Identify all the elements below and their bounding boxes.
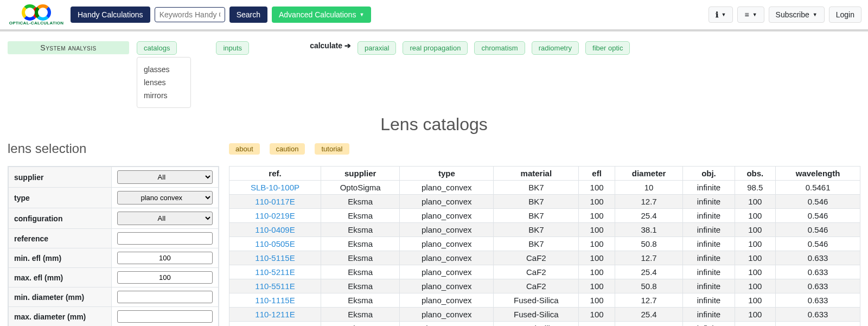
fiber-optic-tab[interactable]: fiber optic (585, 41, 630, 55)
cell-diameter: 38.1 (615, 322, 683, 327)
inputs-tab[interactable]: inputs (216, 41, 249, 55)
cell-diameter: 25.4 (615, 209, 683, 223)
cell-supplier: Eksma (321, 223, 400, 237)
ref-link[interactable]: 110-5211E (255, 267, 295, 277)
cell-efl: 100 (579, 209, 615, 223)
radiometry-tab[interactable]: radiometry (532, 41, 579, 55)
filter-max-efl-input[interactable] (117, 271, 213, 284)
filter-min-diameter-input[interactable] (117, 291, 213, 303)
cell-obs: 100 (735, 308, 776, 322)
cell-supplier: Eksma (321, 308, 400, 322)
cell-material: BK7 (494, 195, 579, 209)
cell-supplier: Eksma (321, 265, 400, 279)
keywords-search-input[interactable] (155, 7, 225, 22)
catalogs-dropdown-mirrors[interactable]: mirrors (144, 89, 184, 102)
cell-ref: 110-1115E (229, 293, 321, 308)
table-row: 110-1115EEksmaplano_convexFused-Silica10… (229, 293, 860, 308)
cell-type: plano_convex (400, 322, 494, 327)
col-supplier: supplier (321, 167, 400, 181)
ref-link[interactable]: 110-5115E (255, 253, 295, 263)
caret-down-icon: ▼ (813, 12, 818, 17)
advanced-calculations-button[interactable]: Advanced Calculations ▼ (272, 7, 371, 23)
cell-wavelength: 0.633 (776, 265, 860, 279)
cell-wavelength: 0.633 (776, 293, 860, 308)
cell-diameter: 25.4 (615, 265, 683, 279)
cell-type: plano_convex (400, 237, 494, 251)
cell-obs: 100 (735, 322, 776, 327)
chromatism-tab[interactable]: chromatism (474, 41, 525, 55)
filter-label-type: type (9, 188, 112, 208)
ref-link[interactable]: 110-5511E (255, 282, 295, 291)
table-row: 110-0409EEksmaplano_convexBK710038.1infi… (229, 223, 860, 237)
cell-ref: 110-1411E (229, 322, 321, 327)
filter-max-diameter-input[interactable] (117, 310, 213, 323)
about-button[interactable]: about (229, 143, 260, 155)
col-type: type (400, 167, 494, 181)
list-icon: ≡ (744, 10, 749, 19)
col-efl: efl (579, 167, 615, 181)
caret-down-icon: ▼ (359, 12, 364, 17)
ref-link[interactable]: 110-1211E (255, 310, 295, 319)
cell-obj: infinite (683, 195, 735, 209)
subscribe-button[interactable]: Subscribe ▼ (769, 7, 825, 23)
cell-material: BK7 (494, 223, 579, 237)
cell-ref: 110-5211E (229, 265, 321, 279)
ref-link[interactable]: 110-1115E (255, 296, 295, 305)
search-button[interactable]: Search (229, 7, 267, 23)
ref-link[interactable]: 110-0409E (255, 225, 295, 234)
caret-down-icon: ▼ (722, 12, 726, 17)
ref-link[interactable]: SLB-10-100P (251, 183, 299, 192)
table-row: 110-0505EEksmaplano_convexBK710050.8infi… (229, 237, 860, 251)
table-row: 110-0219EEksmaplano_convexBK710025.4infi… (229, 209, 860, 223)
cell-wavelength: 0.5461 (776, 181, 860, 195)
filter-label-max-efl: max. efl (mm) (9, 268, 112, 287)
info-menu-button[interactable]: ℹ ▼ (709, 7, 733, 23)
cell-material: BK7 (494, 181, 579, 195)
filter-configuration-select[interactable]: All (117, 212, 213, 225)
caution-button[interactable]: caution (270, 143, 305, 155)
cell-obj: infinite (683, 209, 735, 223)
cell-obs: 100 (735, 251, 776, 265)
cell-diameter: 50.8 (615, 237, 683, 251)
cell-supplier: OptoSigma (321, 181, 400, 195)
paraxial-tab[interactable]: paraxial (358, 41, 397, 55)
cell-type: plano_convex (400, 293, 494, 308)
cell-obj: infinite (683, 223, 735, 237)
results-table: ref. supplier type material efl diameter… (229, 166, 860, 326)
filter-min-efl-input[interactable] (117, 252, 213, 264)
cell-obj: infinite (683, 293, 735, 308)
ref-link[interactable]: 110-1411E (255, 324, 295, 326)
ref-link[interactable]: 110-0505E (255, 239, 295, 248)
ref-link[interactable]: 110-0219E (255, 211, 295, 220)
table-row: 110-5115EEksmaplano_convexCaF210012.7inf… (229, 251, 860, 265)
cell-supplier: Eksma (321, 237, 400, 251)
login-button[interactable]: Login (829, 7, 861, 23)
table-row: 110-5211EEksmaplano_convexCaF210025.4inf… (229, 265, 860, 279)
handy-calculations-button[interactable]: Handy Calculations (71, 7, 150, 23)
filter-supplier-select[interactable]: All (117, 170, 213, 184)
col-ref: ref. (229, 167, 321, 181)
filter-reference-input[interactable] (117, 232, 213, 245)
site-logo[interactable]: OPTICAL-CALCULATION (7, 5, 66, 24)
catalogs-dropdown-lenses[interactable]: lenses (144, 76, 184, 89)
list-menu-button[interactable]: ≡ ▼ (737, 7, 764, 23)
filter-type-select[interactable]: plano convex (117, 191, 213, 204)
catalogs-dropdown-glasses[interactable]: glasses (144, 63, 184, 76)
cell-efl: 100 (579, 223, 615, 237)
cell-material: Fused-Silica (494, 322, 579, 327)
cell-obs: 100 (735, 209, 776, 223)
col-obs: obs. (735, 167, 776, 181)
cell-diameter: 25.4 (615, 308, 683, 322)
cell-wavelength: 0.633 (776, 279, 860, 293)
tutorial-button[interactable]: tutorial (315, 143, 349, 155)
real-propagation-tab[interactable]: real propagation (403, 41, 468, 55)
page-title: Lens catalogs (8, 114, 860, 135)
cell-obs: 100 (735, 195, 776, 209)
cell-material: Fused-Silica (494, 308, 579, 322)
catalogs-tab[interactable]: catalogs (137, 41, 177, 55)
ref-link[interactable]: 110-0117E (255, 197, 295, 206)
cell-obj: infinite (683, 279, 735, 293)
cell-efl: 100 (579, 265, 615, 279)
cell-wavelength: 0.546 (776, 195, 860, 209)
logo-ring-right-icon (35, 4, 51, 21)
